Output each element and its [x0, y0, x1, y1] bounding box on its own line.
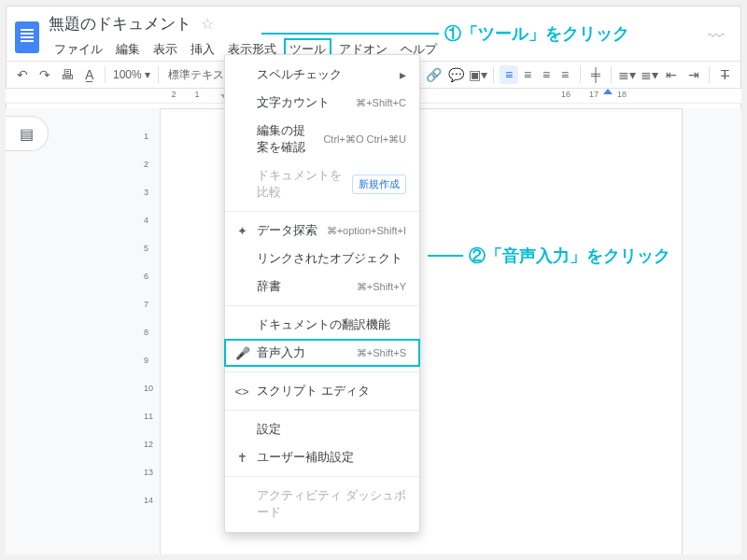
align-justify-icon[interactable]: ≡	[556, 65, 574, 84]
menu-item-label: アクティビティ ダッシュボード	[257, 487, 406, 521]
ruler-mark: 3	[144, 188, 148, 197]
ruler-mark: 16	[561, 90, 571, 99]
menu-item-voice-typing[interactable]: 🎤 音声入力 ⌘+Shift+S	[224, 339, 420, 367]
callout-line	[428, 255, 463, 257]
menu-separator	[225, 305, 419, 306]
ruler-mark: 7	[144, 300, 148, 309]
menu-item-wordcount[interactable]: 文字カウント ⌘+Shift+C	[225, 89, 419, 117]
paint-format-icon[interactable]: A̲	[80, 65, 99, 84]
document-title[interactable]: 無題のドキュメント	[49, 13, 191, 35]
ruler-mark: 2	[144, 160, 148, 169]
menu-item-explore[interactable]: ✦ データ探索 ⌘+option+Shift+I	[225, 217, 419, 245]
menu-item-label: 辞書	[257, 278, 349, 295]
ruler-mark: 14	[144, 496, 153, 505]
align-left-icon[interactable]: ≡	[500, 65, 518, 84]
menu-item-label: ユーザー補助設定	[257, 449, 406, 466]
menu-separator	[225, 410, 419, 411]
ruler-mark: 17	[589, 90, 599, 99]
separator	[493, 66, 494, 83]
menu-view[interactable]: 表示	[148, 38, 183, 61]
menu-item-label: ドキュメントを比較	[257, 167, 345, 201]
increase-indent-icon[interactable]: ⇥	[684, 65, 703, 84]
microphone-icon: 🎤	[235, 346, 250, 360]
insert-image-icon[interactable]: ▣▾	[469, 65, 487, 84]
tools-dropdown: スペルチェック ▸ 文字カウント ⌘+Shift+C 編集の提案を確認 Ctrl…	[224, 54, 420, 533]
menu-item-label: 音声入力	[257, 344, 349, 361]
star-icon[interactable]: ☆	[201, 15, 214, 33]
menu-item-spellcheck[interactable]: スペルチェック ▸	[225, 61, 419, 89]
insert-comment-icon[interactable]: 💬	[446, 65, 465, 84]
ruler-mark: 1	[194, 90, 199, 99]
menu-item-label: ドキュメントの翻訳機能	[257, 316, 406, 333]
menu-insert[interactable]: 挿入	[185, 38, 220, 61]
callout-text: ①「ツール」をクリック	[444, 22, 629, 45]
menu-item-shortcut: Ctrl+⌘O Ctrl+⌘U	[323, 133, 406, 146]
right-indent-marker[interactable]	[603, 89, 613, 94]
line-spacing-icon[interactable]: ╪	[586, 65, 605, 84]
menu-item-label: 文字カウント	[257, 94, 348, 111]
annotation-callout-2: ②「音声入力」をクリック	[428, 245, 670, 267]
ruler-mark: 9	[144, 356, 148, 365]
ruler-mark: 10	[144, 384, 153, 393]
script-icon: <>	[234, 385, 249, 399]
submenu-arrow-icon: ▸	[400, 67, 406, 82]
menu-item-compare: ドキュメントを比較 新規作成	[225, 161, 419, 206]
menu-item-label: 設定	[257, 421, 406, 438]
activity-trend-icon[interactable]: 〰	[708, 27, 732, 47]
clear-formatting-icon[interactable]: T̶	[715, 65, 734, 84]
ruler-mark: 2	[171, 90, 176, 99]
menu-separator	[225, 371, 419, 372]
outline-icon: ▤	[20, 125, 34, 143]
redo-icon[interactable]: ↷	[35, 65, 54, 84]
ruler-mark: 13	[144, 468, 153, 477]
menu-item-shortcut: ⌘+Shift+C	[356, 97, 406, 109]
docs-logo-icon[interactable]	[15, 21, 39, 53]
separator	[611, 66, 612, 83]
callout-text: ②「音声入力」をクリック	[469, 245, 670, 267]
menu-item-translate[interactable]: ドキュメントの翻訳機能	[225, 311, 419, 339]
menu-item-activity-dashboard: アクティビティ ダッシュボード	[225, 482, 419, 526]
ruler-mark: 6	[144, 272, 148, 281]
menu-item-shortcut: ⌘+Shift+S	[357, 347, 406, 359]
menu-edit[interactable]: 編集	[110, 38, 146, 61]
menu-item-shortcut: ⌘+Shift+Y	[357, 281, 406, 293]
menu-item-label: リンクされたオブジェクト	[257, 250, 406, 267]
zoom-dropdown[interactable]: 100% ▾	[111, 68, 152, 81]
align-right-icon[interactable]: ≡	[537, 65, 556, 84]
menu-item-suggestions[interactable]: 編集の提案を確認 Ctrl+⌘O Ctrl+⌘U	[225, 117, 419, 161]
numbered-list-icon[interactable]: ≣▾	[617, 65, 636, 84]
align-center-icon[interactable]: ≡	[518, 65, 537, 84]
separator	[709, 66, 710, 83]
ruler-mark: 8	[144, 328, 148, 337]
ruler-mark: 11	[144, 412, 153, 421]
decrease-indent-icon[interactable]: ⇤	[662, 65, 681, 84]
accessibility-icon: ✝	[234, 451, 249, 465]
separator	[580, 66, 581, 83]
menu-item-dictionary[interactable]: 辞書 ⌘+Shift+Y	[225, 273, 419, 301]
menu-file[interactable]: ファイル	[49, 38, 108, 61]
ruler-mark: 18	[617, 90, 627, 99]
menu-item-label: スクリプト エディタ	[257, 383, 406, 399]
outline-toggle[interactable]: ▤	[6, 116, 49, 151]
new-badge: 新規作成	[352, 175, 406, 194]
insert-link-icon[interactable]: 🔗	[424, 65, 443, 84]
menu-item-label: スペルチェック	[257, 66, 392, 83]
menu-item-script-editor[interactable]: <> スクリプト エディタ	[225, 377, 419, 405]
menu-item-label: 編集の提案を確認	[257, 122, 316, 156]
menu-item-label: データ探索	[257, 222, 319, 239]
annotation-callout-1: ①「ツール」をクリック	[261, 22, 629, 45]
menu-separator	[225, 211, 419, 212]
print-icon[interactable]: 🖶	[58, 65, 77, 84]
menu-item-accessibility[interactable]: ✝ ユーザー補助設定	[225, 443, 419, 471]
separator	[158, 66, 159, 83]
bulleted-list-icon[interactable]: ≣▾	[640, 65, 658, 84]
undo-icon[interactable]: ↶	[13, 65, 32, 84]
vertical-ruler[interactable]: 1 2 3 4 5 6 7 8 9 10 11 12 13 14	[148, 108, 159, 554]
menu-item-preferences[interactable]: 設定	[225, 415, 419, 443]
ruler-mark: 4	[144, 216, 148, 225]
ruler-mark: 12	[144, 440, 153, 449]
explore-icon: ✦	[234, 224, 249, 238]
menu-item-linked-objects[interactable]: リンクされたオブジェクト	[225, 245, 419, 273]
menu-item-shortcut: ⌘+option+Shift+I	[327, 225, 406, 237]
align-group: ≡ ≡ ≡ ≡	[500, 65, 574, 84]
